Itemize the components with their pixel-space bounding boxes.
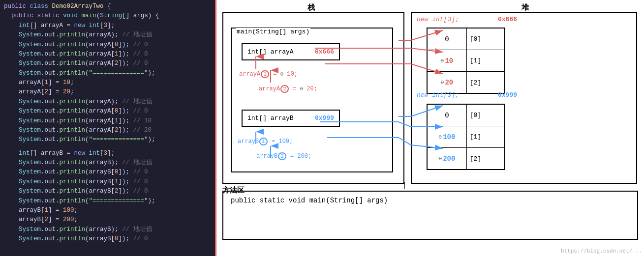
- code-line-3: int[] arrayA = new int[3];: [4, 21, 211, 30]
- code-line-17: int[] arrayB = new int[3];: [4, 149, 211, 158]
- code-line-5: System.out.println(arrayA[0]); // 0: [4, 40, 211, 50]
- code-line-23: arrayB[1] = 100;: [4, 206, 211, 215]
- assign-a1-annot: arrayA1 = 0 10;: [239, 70, 298, 78]
- heap-b-idx-2: [2]: [467, 148, 484, 170]
- assign-b1-annot: arrayB1 = 100;: [238, 138, 293, 145]
- heap-b-val-0: 0: [428, 105, 467, 126]
- code-line-19: System.out.println(arrayB[0]); // 0: [4, 168, 211, 177]
- code-panel: public class Demo02ArrayTwo { public sta…: [0, 0, 216, 256]
- method-content: public static void main(String[] args): [223, 192, 637, 209]
- arrayB-var-label: int[] arrayB: [247, 114, 294, 122]
- heap-b-row-2: 0 200 [2]: [428, 148, 504, 170]
- assign-b2-annot: arrayB2 = 200;: [256, 152, 311, 160]
- watermark: https://blog.csdn.net/...: [561, 248, 642, 254]
- code-line-25: System.out.println(arrayB); // 地址值: [4, 225, 211, 234]
- code-line-18: System.out.println(arrayB); // 地址值: [4, 158, 211, 168]
- code-line-15: System.out.println("==============");: [4, 135, 211, 144]
- arrayA-addr: 0x666: [315, 48, 334, 56]
- frame-title: main(String[] args): [236, 28, 310, 35]
- assign-a2-annot: arrayA2 = 0 20;: [259, 85, 317, 93]
- arrayA-box: int[] arrayA 0x666: [242, 43, 340, 60]
- heap-arrayA: 0 [0] 0 10 [1] 0 20 [2]: [427, 28, 505, 94]
- heap-b-row-0: 0 [0]: [428, 105, 504, 126]
- code-line-21: System.out.println(arrayB[2]); // 0: [4, 187, 211, 196]
- code-line-14: System.out.println(arrayA[2]); // 20: [4, 126, 211, 135]
- heap-a-row-0: 0 [0]: [428, 28, 504, 50]
- heap-a-row-2: 0 20 [2]: [428, 72, 504, 93]
- code-line-7: System.out.println(arrayA[2]); // 0: [4, 59, 211, 68]
- heap-newB-label: new int[3];: [417, 91, 459, 99]
- heap-a-idx-1: [1]: [467, 50, 484, 71]
- stack-label: 栈: [307, 3, 315, 12]
- heap-area: new int[3]; 0x666 0 [0] 0 10 [1] 0: [411, 12, 637, 184]
- heap-a-val-0: 0: [428, 28, 467, 50]
- code-line-26: System.out.println(arrayB[0]); // 0: [4, 234, 211, 244]
- code-line-9: arrayA[1] = 10;: [4, 78, 211, 87]
- code-line-24: arrayB[2] = 200;: [4, 215, 211, 225]
- heap-b-val-1: 0 100: [428, 126, 467, 147]
- code-line-1: public class Demo02ArrayTwo {: [4, 2, 211, 11]
- arrayB-addr: 0x999: [315, 114, 334, 122]
- arrayA-var-label: int[] arrayA: [247, 48, 294, 56]
- diagram-panel: 栈 堆 方法区 main(String[] args) int[] arrayA…: [216, 0, 644, 256]
- code-line-2: public static void main(String[] args) {: [4, 11, 211, 21]
- method-area: public static void main(String[] args): [222, 191, 638, 240]
- cursor: |: [402, 181, 406, 189]
- code-line-4: System.out.println(arrayA); // 地址值: [4, 30, 211, 40]
- heap-b-row-1: 0 100 [1]: [428, 126, 504, 148]
- heap-a-row-1: 0 10 [1]: [428, 50, 504, 72]
- arrayB-box: int[] arrayB 0x999: [242, 110, 340, 127]
- heap-newA-label: new int[3];: [417, 16, 459, 23]
- code-line-8: System.out.println("==============");: [4, 69, 211, 78]
- code-line-22: System.out.println("==============");: [4, 197, 211, 206]
- heap-a-val-2: 0 20: [428, 72, 467, 93]
- heap-addrB-label: 0x999: [498, 91, 517, 99]
- heap-label: 堆: [521, 3, 529, 12]
- heap-a-idx-2: [2]: [467, 72, 484, 93]
- code-line-10: arrayA[2] = 20;: [4, 87, 211, 97]
- heap-b-idx-0: [0]: [467, 105, 484, 126]
- code-line-11: System.out.println(arrayA); // 地址值: [4, 97, 211, 107]
- heap-a-idx-0: [0]: [467, 28, 484, 50]
- heap-arrayB: 0 [0] 0 100 [1] 0 200 [2]: [427, 104, 505, 170]
- code-line-13: System.out.println(arrayA[1]); // 10: [4, 116, 211, 126]
- code-line-6: System.out.println(arrayA[1]); // 0: [4, 50, 211, 59]
- heap-b-val-2: 0 200: [428, 148, 467, 170]
- heap-addrA-label: 0x666: [498, 16, 517, 23]
- main-frame: main(String[] args) int[] arrayA 0x666 a…: [231, 28, 393, 172]
- code-line-12: System.out.println(arrayA[0]); // 0: [4, 107, 211, 116]
- heap-b-idx-1: [1]: [467, 126, 484, 147]
- stack-area: main(String[] args) int[] arrayA 0x666 a…: [222, 12, 404, 184]
- code-line-20: System.out.println(arrayB[1]); // 0: [4, 177, 211, 187]
- heap-a-val-1: 0 10: [428, 50, 467, 71]
